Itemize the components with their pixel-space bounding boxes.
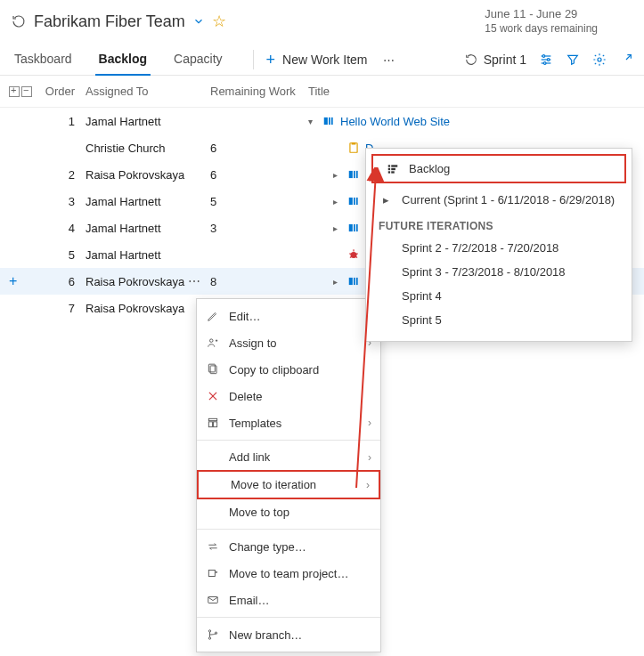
gear-icon[interactable]	[592, 53, 607, 67]
settings-sliders-icon[interactable]	[539, 53, 553, 67]
cell-remaining[interactable]: 5	[210, 195, 308, 208]
fullscreen-icon[interactable]	[619, 53, 633, 67]
col-remaining[interactable]: Remaining Work	[210, 85, 308, 98]
menu-separator	[197, 617, 380, 618]
tab-taskboard[interactable]: Taskboard	[11, 45, 76, 75]
ctx-delete[interactable]: Delete	[197, 383, 380, 409]
work-item-type-icon	[347, 142, 360, 154]
svg-rect-38	[214, 422, 217, 427]
svg-rect-46	[388, 171, 390, 173]
team-chevron-icon[interactable]	[192, 15, 205, 28]
ctx-move-to-team-project[interactable]: Move to team project…	[197, 560, 380, 587]
backlog-row[interactable]: 1Jamal Hartnett▾Hello World Web Site	[0, 108, 644, 134]
submenu-sprint-5[interactable]: Sprint 5	[366, 308, 632, 332]
ctx-copy[interactable]: Copy to clipboard	[197, 356, 380, 383]
svg-rect-9	[329, 117, 330, 125]
cell-order: 2	[41, 168, 86, 182]
work-item-title-link[interactable]: Hello World Web Site	[340, 115, 450, 128]
cell-assigned[interactable]: Jamal Hartnett	[86, 222, 210, 235]
ctx-move-to-top[interactable]: Move to top	[197, 499, 380, 525]
tab-capacity[interactable]: Capacity	[170, 45, 225, 75]
submenu-sprint-2[interactable]: Sprint 2 - 7/2/2018 - 7/20/2018	[366, 236, 632, 260]
svg-rect-28	[349, 278, 353, 285]
cell-remaining[interactable]: 6	[210, 142, 308, 155]
mail-icon	[206, 593, 220, 607]
cell-remaining[interactable]: 3	[210, 222, 308, 235]
ctx-templates[interactable]: Templates ›	[197, 409, 380, 436]
submenu-current[interactable]: ▸ Current (Sprint 1 - 6/11/2018 - 6/29/2…	[366, 187, 632, 213]
cell-assigned[interactable]: Raisa Pokrovskaya ⋯	[86, 274, 210, 288]
sprint-icon	[11, 13, 27, 29]
svg-rect-18	[356, 198, 358, 205]
chevron-right-icon: ›	[368, 417, 371, 429]
more-actions-icon[interactable]: ⋯	[383, 53, 396, 67]
tabs-toolbar: Taskboard Backlog Capacity + New Work It…	[0, 41, 644, 76]
ctx-email[interactable]: Email…	[197, 587, 380, 613]
svg-line-25	[356, 254, 358, 255]
collapse-all-icon[interactable]	[21, 86, 32, 97]
work-item-type-icon	[322, 115, 335, 127]
add-child-icon[interactable]: +	[9, 273, 17, 288]
cell-assigned[interactable]: Jamal Hartnett	[86, 195, 210, 208]
sprint-selector[interactable]: Sprint 1	[464, 53, 526, 67]
expand-collapse-all[interactable]	[9, 86, 41, 97]
cell-assigned[interactable]: Raisa Pokrovskaya	[86, 168, 210, 182]
page-header: Fabrikam Fiber Team ☆ June 11 - June 29 …	[0, 0, 644, 41]
svg-point-31	[210, 339, 214, 343]
svg-point-5	[543, 62, 546, 65]
svg-rect-12	[352, 143, 356, 145]
work-item-type-icon	[347, 195, 360, 207]
col-title[interactable]: Title	[308, 85, 639, 98]
svg-point-3	[542, 55, 545, 58]
new-work-item-button[interactable]: + New Work Item	[266, 51, 368, 69]
templates-icon	[206, 416, 220, 430]
ctx-new-branch[interactable]: New branch…	[197, 621, 380, 648]
expand-all-icon[interactable]	[9, 86, 20, 97]
iteration-dates: June 11 - June 29 15 work days remaining	[485, 7, 598, 36]
col-assigned[interactable]: Assigned To	[86, 85, 210, 98]
tree-chevron-icon[interactable]: ▸	[333, 170, 342, 180]
tab-backlog[interactable]: Backlog	[95, 45, 151, 75]
ctx-move-to-iteration[interactable]: Move to iteration ›	[197, 470, 380, 499]
submenu-sprint-3[interactable]: Sprint 3 - 7/23/2018 - 8/10/2018	[366, 260, 632, 284]
submenu-backlog[interactable]: Backlog	[371, 154, 626, 183]
chevron-right-icon: ›	[366, 479, 370, 491]
svg-rect-48	[391, 167, 395, 169]
cell-assigned[interactable]: Raisa Pokrovskaya	[86, 302, 210, 315]
ctx-add-link[interactable]: Add link ›	[197, 444, 380, 470]
cell-remaining[interactable]: 6	[210, 168, 308, 182]
team-title[interactable]: Fabrikam Fiber Team	[34, 12, 185, 31]
sprint-label: Sprint 1	[484, 53, 526, 67]
favorite-star-icon[interactable]: ☆	[212, 12, 226, 31]
cell-order: 6	[41, 275, 86, 288]
submenu-sprint-4[interactable]: Sprint 4	[366, 284, 632, 308]
cell-order: 5	[41, 248, 86, 262]
col-order[interactable]: Order	[41, 85, 86, 98]
menu-separator	[197, 440, 380, 441]
cell-assigned[interactable]: Jamal Hartnett	[86, 248, 210, 262]
cell-order: 4	[41, 222, 86, 235]
ctx-change-type[interactable]: Change type…	[197, 533, 380, 560]
work-item-type-icon	[347, 168, 360, 181]
tree-chevron-icon[interactable]: ▾	[308, 117, 317, 126]
cell-order: 3	[41, 195, 86, 208]
row-more-icon[interactable]: ⋯	[188, 274, 201, 288]
date-range: June 11 - June 29	[485, 7, 598, 22]
sprint-small-icon	[464, 53, 478, 67]
tree-chevron-icon[interactable]: ▸	[333, 197, 342, 207]
svg-rect-40	[208, 597, 218, 603]
cell-remaining[interactable]: 8	[210, 275, 308, 288]
svg-rect-49	[391, 171, 395, 173]
tree-chevron-icon[interactable]: ▸	[333, 223, 342, 233]
tree-chevron-icon[interactable]: ▸	[333, 277, 342, 287]
ctx-assign-to[interactable]: Assign to ›	[197, 329, 380, 356]
svg-line-26	[350, 257, 352, 258]
work-item-type-icon	[347, 248, 360, 261]
chevron-right-icon: ▸	[379, 193, 393, 207]
ctx-edit[interactable]: Edit…	[197, 303, 380, 329]
cell-assigned[interactable]: Jamal Hartnett	[86, 115, 210, 128]
cell-assigned[interactable]: Christie Church	[86, 142, 210, 155]
clipboard-icon	[206, 362, 220, 377]
filter-icon[interactable]	[566, 53, 580, 67]
svg-rect-15	[356, 171, 358, 178]
